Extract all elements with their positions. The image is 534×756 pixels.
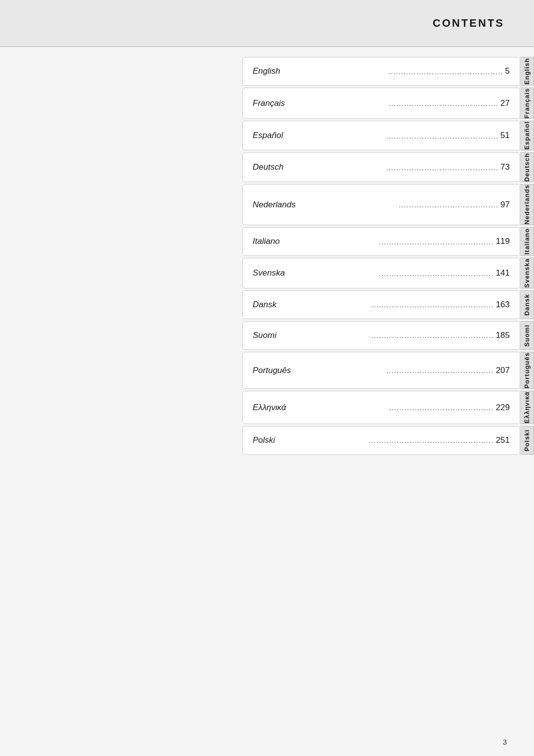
toc-dots: ........................................… xyxy=(387,366,494,375)
toc-box[interactable]: Português...............................… xyxy=(242,352,520,389)
toc-tab[interactable]: Français xyxy=(520,88,534,119)
main-content: English.................................… xyxy=(0,47,534,756)
toc-dots: ........................................… xyxy=(379,237,494,246)
toc-tab[interactable]: Ελληνικά xyxy=(520,391,534,424)
toc-entry: Español.................................… xyxy=(242,121,534,150)
toc-dots-page: ........................................… xyxy=(389,98,510,108)
toc-box[interactable]: Dansk...................................… xyxy=(242,290,520,319)
toc-tab[interactable]: Italiano xyxy=(520,227,534,256)
toc-entry: Deutsch.................................… xyxy=(242,152,534,182)
toc-dots: ........................................… xyxy=(371,300,494,309)
toc-page-number: 97 xyxy=(500,200,510,210)
toc-tab[interactable]: Dansk xyxy=(520,290,534,319)
toc-box[interactable]: Français................................… xyxy=(242,88,520,119)
toc-page-number: 5 xyxy=(505,66,510,76)
toc-entry: Ελληνικά................................… xyxy=(242,391,534,424)
toc-dots-page: ........................................… xyxy=(368,435,510,445)
toc-language-label: Nederlands xyxy=(253,200,296,210)
toc-language-label: Ελληνικά xyxy=(253,403,286,413)
page-number: 3 xyxy=(503,738,507,746)
toc-tab-label: Português xyxy=(523,352,531,388)
toc-tab[interactable]: Português xyxy=(520,352,534,389)
toc-tab-label: Dansk xyxy=(523,294,531,316)
toc-box[interactable]: Suomi...................................… xyxy=(242,321,520,350)
toc-dots-page: ........................................… xyxy=(387,366,510,376)
toc-box[interactable]: Svenska.................................… xyxy=(242,258,520,288)
toc-dots: ........................................… xyxy=(389,99,498,107)
toc-language-label: Italiano xyxy=(253,236,280,246)
toc-box[interactable]: English.................................… xyxy=(242,57,520,86)
toc-dots-page: .......................................9… xyxy=(399,200,510,210)
toc-tab-label: Svenska xyxy=(523,258,531,288)
toc-box[interactable]: Polski..................................… xyxy=(242,426,520,455)
toc-entry: Nederlands..............................… xyxy=(242,184,534,225)
toc-dots: ........................................… xyxy=(368,436,493,444)
toc-page-number: 163 xyxy=(496,300,510,310)
toc-dots-page: ........................................… xyxy=(388,66,510,76)
toc-tab-label: Suomi xyxy=(523,325,531,347)
toc-language-label: Polski xyxy=(253,435,275,445)
toc-dots-page: ........................................… xyxy=(379,268,510,278)
toc-tab-label: Français xyxy=(523,88,531,118)
toc-language-label: Suomi xyxy=(253,331,276,340)
toc-language-label: Dansk xyxy=(253,300,276,310)
toc-page-number: 207 xyxy=(496,366,510,376)
toc-entry: Português...............................… xyxy=(242,352,534,389)
toc-tab-label: Polski xyxy=(523,429,531,451)
toc-page-number: 141 xyxy=(496,268,510,278)
toc-tab[interactable]: Español xyxy=(520,121,534,150)
toc-page-number: 185 xyxy=(496,331,510,340)
toc-box[interactable]: Deutsch.................................… xyxy=(242,152,520,182)
toc-dots: ........................................… xyxy=(386,163,498,172)
toc-dots-page: ........................................… xyxy=(389,403,510,413)
toc-dots-page: ........................................… xyxy=(386,162,510,172)
toc-tab[interactable]: Deutsch xyxy=(520,152,534,182)
page-title: CONTENTS xyxy=(433,17,504,30)
toc-tab[interactable]: English xyxy=(520,57,534,86)
toc-tab[interactable]: Svenska xyxy=(520,258,534,288)
toc-language-label: Español xyxy=(253,131,283,141)
toc-dots-page: ........................................… xyxy=(379,236,510,246)
toc-page-number: 229 xyxy=(496,403,510,413)
toc-entry: Polski..................................… xyxy=(242,426,534,455)
toc-entry: Dansk...................................… xyxy=(242,290,534,319)
toc-dots-page: ........................................… xyxy=(371,331,510,340)
toc-entry: Français................................… xyxy=(242,88,534,119)
toc-tab-label: Nederlands xyxy=(523,185,531,225)
toc-entry: Suomi...................................… xyxy=(242,321,534,350)
toc-tab-label: Italiano xyxy=(523,228,531,255)
toc-tab[interactable]: Polski xyxy=(520,426,534,455)
toc-box[interactable]: Italiano................................… xyxy=(242,227,520,256)
toc-page-number: 27 xyxy=(500,98,510,108)
toc-tab[interactable]: Nederlands xyxy=(520,184,534,225)
toc-language-label: Português xyxy=(253,366,291,376)
toc-dots-page: ........................................… xyxy=(386,131,510,141)
toc-dots: ....................................... xyxy=(399,200,499,209)
toc-list: English.................................… xyxy=(242,57,534,455)
toc-box[interactable]: Ελληνικά................................… xyxy=(242,391,520,424)
page: CONTENTS English........................… xyxy=(0,0,534,756)
toc-dots: ........................................… xyxy=(386,132,498,140)
toc-dots: ........................................… xyxy=(389,403,494,412)
left-blank-area xyxy=(0,47,242,756)
toc-language-label: Deutsch xyxy=(253,162,283,172)
toc-entry: Svenska.................................… xyxy=(242,258,534,288)
toc-language-label: Svenska xyxy=(253,268,285,278)
toc-page-number: 51 xyxy=(500,131,510,141)
toc-tab-label: English xyxy=(523,58,531,85)
toc-box[interactable]: Español.................................… xyxy=(242,121,520,150)
toc-tab-label: Ελληνικά xyxy=(523,391,531,424)
toc-language-label: Français xyxy=(253,98,285,108)
toc-tab-label: Deutsch xyxy=(523,153,531,182)
toc-section: English.................................… xyxy=(242,47,534,756)
header: CONTENTS xyxy=(0,0,534,47)
toc-entry: Italiano................................… xyxy=(242,227,534,256)
toc-page-number: 119 xyxy=(496,236,510,246)
toc-language-label: English xyxy=(253,66,280,76)
toc-dots: ........................................… xyxy=(379,269,494,278)
toc-box[interactable]: Nederlands..............................… xyxy=(242,184,520,225)
toc-page-number: 251 xyxy=(496,435,510,445)
toc-tab[interactable]: Suomi xyxy=(520,321,534,350)
toc-entry: English.................................… xyxy=(242,57,534,86)
toc-dots: ........................................… xyxy=(388,67,503,76)
